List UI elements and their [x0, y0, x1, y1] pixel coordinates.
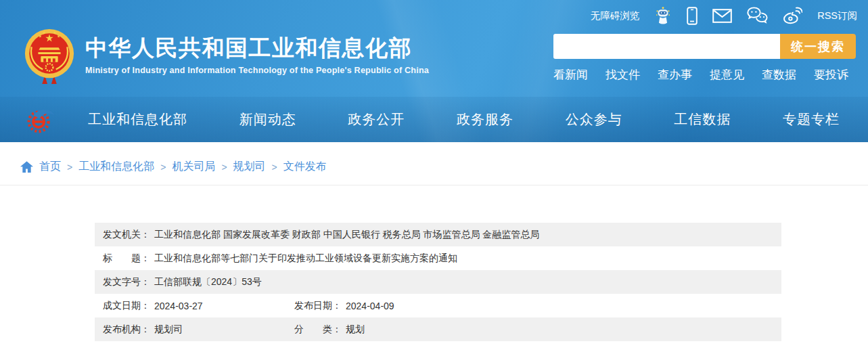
meta-value: 规划: [346, 324, 365, 336]
breadcrumb-separator: >: [67, 162, 72, 173]
search-input[interactable]: [553, 34, 780, 59]
miit-e-logo-icon: [24, 104, 55, 135]
site-header: 无障碍浏览: [0, 0, 868, 142]
meta-row: 成文日期：2024-03-27发布日期：2024-04-09: [95, 294, 781, 317]
meta-label: 发文字号：: [103, 276, 150, 288]
meta-cell: 发文机关：工业和信息化部 国家发展改革委 财政部 中国人民银行 税务总局 市场监…: [103, 229, 539, 241]
site-titles: 中华人民共和国工业和信息化部 Ministry of Industry and …: [85, 35, 429, 76]
meta-row: 发文机关：工业和信息化部 国家发展改革委 财政部 中国人民银行 税务总局 市场监…: [95, 223, 781, 246]
document-meta-table: 发文机关：工业和信息化部 国家发展改革委 财政部 中国人民银行 税务总局 市场监…: [95, 223, 781, 341]
meta-cell: 成文日期：2024-03-27: [103, 300, 294, 312]
meta-cell: 标 题：工业和信息化部等七部门关于印发推动工业领域设备更新实施方案的通知: [103, 252, 457, 265]
nav-item[interactable]: 政务服务: [457, 110, 513, 129]
search-quick-link[interactable]: 找文件: [606, 67, 640, 83]
main-nav: 工业和信息化部新闻动态政务公开政务服务公众参与工信数据专题专栏: [0, 97, 868, 142]
meta-cell: 发布机构：规划司: [103, 324, 294, 336]
national-emblem-icon: [23, 26, 76, 84]
breadcrumb-separator: >: [221, 162, 227, 173]
nav-item[interactable]: 工业和信息化部: [88, 110, 187, 129]
breadcrumb: 首页>工业和信息化部>机关司局>规划司>文件发布: [0, 142, 868, 185]
meta-label: 发文机关：: [103, 229, 150, 241]
meta-value: 工信部联规〔2024〕53号: [154, 276, 262, 288]
nav-item[interactable]: 政务公开: [348, 110, 405, 129]
meta-cell: 分 类：规划: [294, 324, 365, 336]
meta-label: 成文日期：: [103, 300, 150, 312]
meta-value: 规划司: [154, 324, 183, 336]
search-quick-link[interactable]: 查数据: [762, 67, 796, 83]
breadcrumb-items: 首页>工业和信息化部>机关司局>规划司>文件发布: [39, 160, 327, 174]
header-main: 中华人民共和国工业和信息化部 Ministry of Industry and …: [0, 20, 868, 84]
logo-block[interactable]: 中华人民共和国工业和信息化部 Ministry of Industry and …: [23, 26, 429, 84]
nav-item[interactable]: 工信数据: [674, 110, 731, 129]
search-quick-link[interactable]: 看新闻: [553, 67, 588, 83]
home-icon[interactable]: [20, 161, 33, 173]
nav-item[interactable]: 新闻动态: [239, 110, 296, 129]
breadcrumb-separator: >: [272, 162, 277, 173]
breadcrumb-item[interactable]: 文件发布: [283, 160, 327, 174]
meta-value: 2024-03-27: [154, 301, 203, 311]
breadcrumb-item[interactable]: 机关司局: [172, 160, 215, 174]
breadcrumb-separator: >: [160, 162, 166, 173]
meta-row: 发文字号：工信部联规〔2024〕53号: [95, 270, 781, 294]
nav-items: 工业和信息化部新闻动态政务公开政务服务公众参与工信数据专题专栏: [88, 110, 840, 129]
breadcrumb-item[interactable]: 工业和信息化部: [78, 160, 154, 174]
breadcrumb-item[interactable]: 规划司: [233, 160, 266, 174]
nav-item[interactable]: 公众参与: [566, 110, 622, 129]
meta-label: 标 题：: [103, 252, 150, 265]
meta-value: 工业和信息化部等七部门关于印发推动工业领域设备更新实施方案的通知: [154, 252, 457, 265]
search-quick-link[interactable]: 查办事: [658, 67, 692, 83]
search-quick-link[interactable]: 要投诉: [814, 67, 848, 83]
site-title: 中华人民共和国工业和信息化部: [85, 35, 429, 62]
meta-value: 2024-04-09: [346, 301, 394, 311]
nav-item[interactable]: 专题专栏: [783, 110, 840, 129]
search-row: 统一搜索: [553, 34, 856, 59]
meta-label: 发布日期：: [294, 300, 342, 312]
meta-row: 发布机构：规划司分 类：规划: [95, 317, 781, 341]
search-quick-link[interactable]: 提意见: [710, 67, 744, 83]
meta-label: 发布机构：: [103, 324, 150, 336]
search-quick-links: 看新闻找文件查办事提意见查数据要投诉: [553, 67, 856, 83]
search-button[interactable]: 统一搜索: [780, 34, 856, 59]
meta-label: 分 类：: [294, 324, 342, 336]
meta-cell: 发布日期：2024-04-09: [294, 300, 394, 312]
meta-cell: 发文字号：工信部联规〔2024〕53号: [103, 276, 262, 288]
meta-row: 标 题：工业和信息化部等七部门关于印发推动工业领域设备更新实施方案的通知: [95, 246, 781, 270]
page: 无障碍浏览: [0, 0, 868, 352]
site-subtitle: Ministry of Industry and Information Tec…: [85, 66, 429, 75]
utility-bar: 无障碍浏览: [0, 0, 868, 20]
meta-value: 工业和信息化部 国家发展改革委 财政部 中国人民银行 税务总局 市场监管总局 金…: [154, 229, 539, 241]
breadcrumb-item[interactable]: 首页: [39, 160, 61, 174]
search-block: 统一搜索 看新闻找文件查办事提意见查数据要投诉: [553, 34, 856, 83]
